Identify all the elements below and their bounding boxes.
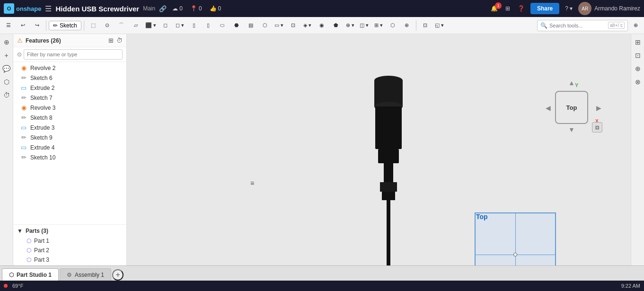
tb-button-1[interactable]: ⬚ <box>87 19 100 32</box>
rail-plus-icon[interactable]: + <box>1 50 12 61</box>
pin-icon[interactable]: 📍 0 <box>188 4 204 13</box>
right-panel-icon-2[interactable]: ⊡ <box>633 50 643 61</box>
toolbar-menu-button[interactable]: ☰ <box>2 19 15 32</box>
feature-type-icon: ◉ <box>20 64 27 71</box>
tb-button-18[interactable]: ⬟ <box>329 19 343 32</box>
nav-cube-down-arrow[interactable]: ▼ <box>568 126 575 133</box>
hamburger-menu-button[interactable]: ☰ <box>45 4 52 13</box>
feature-panel: ⚠ Features (26) ⊞ ⏱ ⊙ ◉ Revolve 2✏ Sketc… <box>13 34 126 265</box>
tb-button-19[interactable]: ⊕ ▾ <box>344 19 357 32</box>
like-icon[interactable]: 👍 0 <box>208 4 223 13</box>
tb-button-6[interactable]: ◻ <box>159 19 172 32</box>
top-view-vline <box>515 213 516 265</box>
tb-button-12[interactable]: ▤ <box>244 19 257 32</box>
branch-badge[interactable]: Main <box>143 5 155 12</box>
username-label: Armando Ramirez <box>594 5 640 12</box>
feature-list-item[interactable]: ✏ Sketch 8 <box>13 113 126 123</box>
right-panel-icon-1[interactable]: ⊞ <box>633 37 643 47</box>
right-panel-icon-3[interactable]: ⊕ <box>633 63 643 74</box>
toolbar: ☰ ↩ ↪ ✏ Sketch ⬚ ⊙ ⌒ ▱ ⬛ ▾ ◻ ◻ ▾ ▯ ▯ ⬭ ⬣… <box>0 17 644 34</box>
main-area: ⊕ + 💬 ⬡ ⏱ ⚠ Features (26) ⊞ ⏱ ⊙ ◉ Revolv… <box>0 34 644 265</box>
sketch-button[interactable]: ✏ Sketch <box>49 21 81 30</box>
nav-cube-right-arrow[interactable]: ▶ <box>596 104 601 112</box>
feature-filter-input[interactable] <box>24 49 123 60</box>
rail-comment-icon[interactable]: 💬 <box>1 63 12 74</box>
parts-section: ▼ Parts (3) ⬡ Part 1⬡ Part 2⬡ Part 3 <box>13 224 126 265</box>
tb-button-7[interactable]: ◻ ▾ <box>173 19 186 32</box>
part-list-item[interactable]: ⬡ Part 2 <box>13 246 126 255</box>
tb-button-11[interactable]: ⬣ <box>230 19 243 32</box>
status-indicator-dot <box>4 284 8 288</box>
cloud-icon[interactable]: ☁ 0 <box>170 4 185 13</box>
part-icon: ⬡ <box>26 247 31 254</box>
tb-button-22[interactable]: ⬡ <box>386 19 399 32</box>
redo-button[interactable]: ↪ <box>30 19 44 32</box>
list-view-button[interactable]: ≡ <box>246 177 258 189</box>
part-icon: ⬡ <box>26 256 31 263</box>
nav-cube-left-arrow[interactable]: ◀ <box>546 104 551 112</box>
feature-panel-expand-icon[interactable]: ⊞ <box>108 37 114 44</box>
tb-button-9[interactable]: ▯ <box>202 19 215 32</box>
undo-button[interactable]: ↩ <box>16 19 29 32</box>
user-profile[interactable]: AR Armando Ramirez <box>578 2 640 15</box>
feature-list-item[interactable]: ✏ Sketch 9 <box>13 132 126 142</box>
right-panel-icon-4[interactable]: ⊗ <box>633 77 643 87</box>
search-input[interactable] <box>549 23 606 28</box>
tab-assembly[interactable]: ⚙ Assembly 1 <box>60 268 111 281</box>
feature-list-item[interactable]: ✏ Sketch 6 <box>13 73 126 83</box>
rail-cursor-icon[interactable]: ⊕ <box>1 37 12 47</box>
tb-button-16[interactable]: ◈ ▾ <box>301 19 314 32</box>
tb-button-3[interactable]: ⌒ <box>115 19 128 32</box>
display-button[interactable]: ⊡ <box>419 19 432 32</box>
rail-parts-icon[interactable]: ⬡ <box>1 77 12 87</box>
view-button[interactable]: ◱ ▾ <box>433 19 446 32</box>
tb-button-15[interactable]: ⊡ <box>287 19 300 32</box>
tb-button-4[interactable]: ▱ <box>129 19 142 32</box>
viewport[interactable]: ≡ Top <box>127 34 631 265</box>
nav-cube-up-arrow[interactable]: ▲ <box>568 79 575 87</box>
feature-list-item[interactable]: ✏ Sketch 7 <box>13 93 126 103</box>
feature-list-item[interactable]: ▭ Extrude 2 <box>13 83 126 93</box>
tb-button-20[interactable]: ◫ ▾ <box>358 19 371 32</box>
part-icon: ⬡ <box>26 238 31 244</box>
feature-list-item[interactable]: ▭ Extrude 4 <box>13 142 126 152</box>
tb-button-21[interactable]: ⊞ ▾ <box>372 19 385 32</box>
tab-part-studio[interactable]: ⬡ Part Studio 1 <box>2 268 59 281</box>
sketch-label: Sketch <box>60 22 77 29</box>
parts-header[interactable]: ▼ Parts (3) <box>13 226 126 236</box>
share-button[interactable]: Share <box>530 3 559 14</box>
left-sidebar: ⚠ Features (26) ⊞ ⏱ ⊙ ◉ Revolve 2✏ Sketc… <box>13 34 127 265</box>
feature-panel-clock-icon[interactable]: ⏱ <box>116 37 123 44</box>
feature-panel-title: Features (26) <box>26 37 106 44</box>
link-icon[interactable]: 🔗 <box>159 5 167 12</box>
feature-list-item[interactable]: ◉ Revolve 3 <box>13 103 126 113</box>
tb-button-10[interactable]: ⬭ <box>216 19 229 32</box>
part-list-item[interactable]: ⬡ Part 1 <box>13 236 126 246</box>
grid-view-icon[interactable]: ⊞ <box>503 4 512 13</box>
help-icon[interactable]: ❓ <box>516 4 527 13</box>
help-dropdown-button[interactable]: ? ▾ <box>563 4 574 13</box>
toolbar-separator-3 <box>416 20 416 31</box>
tb-button-8[interactable]: ▯ <box>187 19 201 32</box>
tb-button-2[interactable]: ⊙ <box>101 19 114 32</box>
tb-button-14[interactable]: ▭ ▾ <box>273 19 286 32</box>
right-panel: ⊞ ⊡ ⊕ ⊗ <box>631 34 644 265</box>
fit-button[interactable]: ⊕ <box>629 19 642 32</box>
rail-clock-icon[interactable]: ⏱ <box>1 90 12 100</box>
measure-button[interactable]: ⊕ <box>400 19 414 32</box>
nav-cube-view-button[interactable]: ⊡ <box>592 122 602 132</box>
nav-cube-face-top[interactable]: Top <box>555 91 588 124</box>
add-tab-button[interactable]: + <box>112 269 124 281</box>
logo[interactable]: O onshape <box>4 3 41 14</box>
feature-list-item[interactable]: ◉ Revolve 2 <box>13 63 126 73</box>
feature-name-label: Revolve 3 <box>30 105 55 111</box>
tb-button-13[interactable]: ⬡ <box>258 19 272 32</box>
tb-button-17[interactable]: ◉ <box>315 19 328 32</box>
like-count: 0 <box>218 5 221 12</box>
feature-list-item[interactable]: ▭ Extrude 3 <box>13 123 126 132</box>
part-name-label: Part 1 <box>34 238 49 244</box>
part-name-label: Part 3 <box>34 256 49 263</box>
tb-button-5[interactable]: ⬛ ▾ <box>143 19 158 32</box>
feature-list-item[interactable]: ✏ Sketch 10 <box>13 152 126 162</box>
part-list-item[interactable]: ⬡ Part 3 <box>13 255 126 265</box>
